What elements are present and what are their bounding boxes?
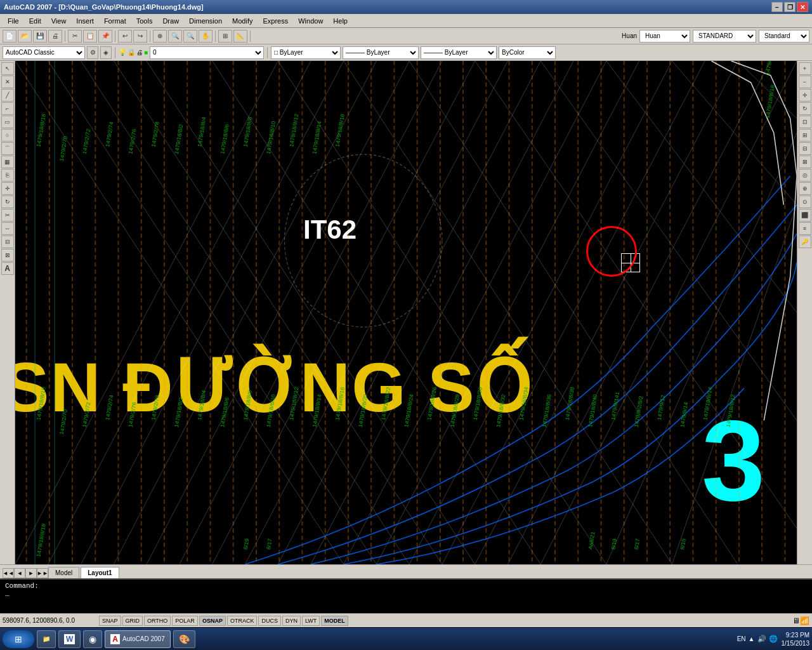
menu-window[interactable]: Window — [293, 16, 328, 26]
lt-mirror-button[interactable]: ⊠ — [1, 249, 14, 262]
rt-viewcube-button[interactable]: ⊡ — [799, 116, 811, 128]
rt-ortho-button[interactable]: ⊠ — [799, 156, 811, 168]
user-select[interactable]: Huan — [639, 30, 690, 43]
polar-button[interactable]: POLAR — [172, 616, 198, 626]
open-button[interactable]: 📂 — [18, 30, 32, 43]
lt-pline-button[interactable]: ⌐ — [1, 102, 14, 115]
tray-up-arrow[interactable]: ▲ — [749, 635, 755, 642]
layer-select[interactable]: 0 — [150, 46, 264, 59]
lt-copy-button[interactable]: ⎘ — [1, 169, 14, 182]
lt-extend-button[interactable]: ↔ — [1, 222, 14, 235]
copy-button[interactable]: 📋 — [83, 30, 97, 43]
rt-zoom-in-button[interactable]: + — [799, 62, 811, 75]
menu-express[interactable]: Express — [258, 16, 293, 26]
linetype-select[interactable]: ——— ByLayer — [343, 46, 419, 59]
tab-nav-next[interactable]: ► — [25, 568, 37, 578]
rt-osnap-button[interactable]: ⊕ — [799, 182, 811, 195]
lt-text-button[interactable]: A — [1, 262, 14, 275]
menu-view[interactable]: View — [46, 16, 72, 26]
clock-display[interactable]: 9:23 PM 1/15/2013 — [782, 631, 810, 647]
tab-nav-prev[interactable]: ◄ — [14, 568, 25, 578]
standard-select[interactable]: STANDARD — [693, 30, 756, 43]
lt-erase-button[interactable]: ✕ — [1, 76, 14, 88]
zoom-prev-button[interactable]: 🔍 — [183, 30, 197, 43]
menu-help[interactable]: Help — [328, 16, 353, 26]
close-button[interactable]: ✕ — [797, 2, 808, 12]
workspace-select[interactable]: AutoCAD Classic — [3, 46, 85, 59]
autocad-label: AutoCAD 2007 — [122, 635, 165, 642]
menu-format[interactable]: Format — [99, 16, 131, 26]
rt-zoom-out-button[interactable]: − — [799, 76, 811, 88]
rt-orbit-button[interactable]: ↻ — [799, 102, 811, 115]
menu-draw[interactable]: Draw — [157, 16, 184, 26]
tray-icons: 🖥📶 — [792, 616, 809, 625]
command-area[interactable]: Command: _ — [0, 578, 812, 613]
cut-button[interactable]: ✂ — [68, 30, 82, 43]
taskbar-chrome[interactable]: ◉ — [83, 630, 102, 648]
zoom-button[interactable]: ⊕ — [153, 30, 167, 43]
lineweight-select[interactable]: ——— ByLayer — [421, 46, 497, 59]
plotstyle-select[interactable]: ByColor — [499, 46, 556, 59]
paste-button[interactable]: 📌 — [98, 30, 112, 43]
rt-snap-button[interactable]: ⊟ — [799, 142, 811, 155]
taskbar-paint[interactable]: 🎨 — [173, 630, 195, 648]
otrack-button[interactable]: OTRACK — [227, 616, 258, 626]
ortho-button[interactable]: ORTHO — [144, 616, 171, 626]
lt-move-button[interactable]: ✛ — [1, 182, 14, 195]
rt-otrack-button[interactable]: ⊙ — [799, 196, 811, 208]
minimize-button[interactable]: − — [771, 2, 783, 12]
lt-arc-button[interactable]: ⌒ — [1, 142, 14, 155]
tab-nav-first[interactable]: ◄◄ — [3, 568, 14, 578]
color-select[interactable]: □ ByLayer — [271, 46, 341, 59]
layer-state-button[interactable]: ◈ — [100, 46, 112, 59]
tab-layout1[interactable]: Layout1 — [81, 567, 119, 578]
restore-button[interactable]: ❐ — [784, 2, 796, 12]
rt-lw-button[interactable]: ≡ — [799, 222, 811, 235]
rt-grid-button[interactable]: ⊞ — [799, 129, 811, 142]
lt-select-button[interactable]: ↖ — [1, 62, 14, 75]
zoom-window-button[interactable]: 🔍 — [168, 30, 182, 43]
menu-modify[interactable]: Modify — [227, 16, 258, 26]
rt-dyn-button[interactable]: ⬛ — [799, 209, 811, 222]
model-button[interactable]: MODEL — [321, 616, 348, 626]
ducs-button[interactable]: DUCS — [258, 616, 281, 626]
match-button[interactable]: 📐 — [233, 30, 247, 43]
lt-line-button[interactable]: ╱ — [1, 89, 14, 102]
undo-button[interactable]: ↩ — [118, 30, 132, 43]
layer-props-button[interactable]: ⚙ — [87, 46, 98, 59]
properties-button[interactable]: ⊞ — [218, 30, 232, 43]
lt-hatch-button[interactable]: ▦ — [1, 156, 14, 168]
lt-circle-button[interactable]: ○ — [1, 129, 14, 142]
print-button[interactable]: 🖨 — [48, 30, 62, 43]
new-button[interactable]: 📄 — [3, 30, 16, 43]
menu-dimension[interactable]: Dimension — [184, 16, 227, 26]
rt-polar-button[interactable]: ◎ — [799, 169, 811, 182]
osnap-button[interactable]: OSNAP — [199, 616, 226, 626]
menu-insert[interactable]: Insert — [71, 16, 99, 26]
style-select[interactable]: Standard — [759, 30, 809, 43]
dyn-button[interactable]: DYN — [282, 616, 301, 626]
rt-key-button[interactable]: 🔑 — [799, 235, 811, 248]
lt-trim-button[interactable]: ✂ — [1, 209, 14, 222]
taskbar-autocad[interactable]: A AutoCAD 2007 — [105, 630, 170, 648]
save-button[interactable]: 💾 — [33, 30, 47, 43]
taskbar-word[interactable]: W — [58, 630, 81, 648]
menu-edit[interactable]: Edit — [24, 16, 46, 26]
lwt-button[interactable]: LWT — [302, 616, 320, 626]
taskbar-explorer[interactable]: 📁 — [37, 630, 56, 648]
start-button[interactable]: ⊞ — [3, 630, 34, 648]
lt-offset-button[interactable]: ⊟ — [1, 235, 14, 248]
tab-model[interactable]: Model — [48, 567, 79, 578]
toolbar-layers: AutoCAD Classic ⚙ ◈ 💡 🔒 🖨 ■ 0 □ ByLayer … — [0, 44, 812, 61]
lt-rect-button[interactable]: ▭ — [1, 116, 14, 128]
grid-button[interactable]: GRID — [122, 616, 143, 626]
redo-button[interactable]: ↪ — [133, 30, 147, 43]
tab-nav-last[interactable]: ►► — [37, 568, 48, 578]
menu-file[interactable]: File — [3, 16, 24, 26]
drawing-canvas[interactable]: SN ĐƯỜNG SỐ IT62 3 — [15, 61, 797, 564]
snap-button[interactable]: SNAP — [99, 616, 121, 626]
rt-pan-button[interactable]: ✛ — [799, 89, 811, 102]
pan-button[interactable]: ✋ — [199, 30, 213, 43]
lt-rotate-button[interactable]: ↻ — [1, 196, 14, 208]
menu-tools[interactable]: Tools — [131, 16, 158, 26]
